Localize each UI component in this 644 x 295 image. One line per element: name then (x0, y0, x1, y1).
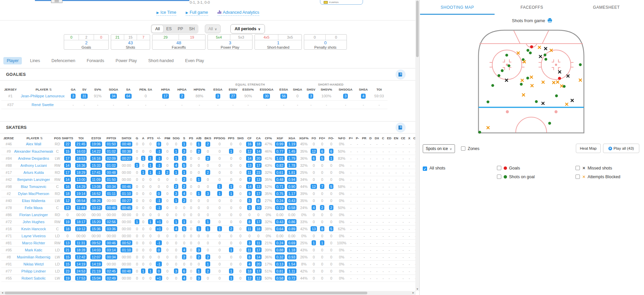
strength-filter-all[interactable]: All (152, 25, 163, 33)
attempts-blocked-checkbox[interactable] (576, 175, 580, 179)
col-pts[interactable]: PTS (146, 136, 154, 141)
tab-forwards[interactable]: Forwards (83, 57, 107, 64)
col-a/b[interactable]: A/B (194, 136, 203, 141)
col-jersey[interactable]: JERSEY (1, 87, 17, 92)
col-dx[interactable]: DX (373, 136, 380, 141)
shot-marker-shots-on-goal[interactable] (501, 69, 503, 72)
col-soga[interactable]: SOGA (105, 87, 122, 92)
shot-marker-shots-on-goal[interactable] (526, 49, 529, 52)
col-en[interactable]: EN (393, 136, 400, 141)
play-all-button[interactable]: Play all (43) (603, 144, 639, 153)
col-xgf[interactable]: XGF (274, 136, 286, 141)
player-link[interactable]: Layne Viveiros (21, 234, 46, 238)
shot-marker-shots-on-goal[interactable] (487, 100, 489, 103)
col-hpga[interactable]: HPGA (175, 87, 189, 92)
vertical-scrollbar-thumb[interactable] (416, 1, 419, 57)
col-shsv[interactable]: SHSV (304, 87, 318, 92)
col-ps[interactable]: PS (188, 136, 194, 141)
player-link[interactable]: Felix Maxa (25, 206, 42, 210)
col-g[interactable]: G (134, 136, 140, 141)
tab-defencemen[interactable]: Defencemen (48, 57, 79, 64)
player-link[interactable]: Benjamin Lanzinger (17, 178, 50, 182)
tab-gamesheet[interactable]: GAMESHEET (569, 0, 644, 15)
col-pr[interactable]: PR (361, 136, 368, 141)
col-fo-[interactable]: FO- (327, 136, 336, 141)
shot-marker-shots-on-goal[interactable] (535, 100, 538, 103)
col-ce[interactable]: CE (400, 136, 407, 141)
tab-power-play[interactable]: Power Play (112, 57, 140, 64)
col-shifts[interactable]: SHIFTS (62, 136, 73, 141)
col-shsoga[interactable]: SHSOGA (335, 87, 356, 92)
link-full-game[interactable]: ▶Full game (186, 10, 208, 16)
col-shtoi[interactable]: SHTOI (119, 136, 134, 141)
col-hpsv%[interactable]: HPSV% (189, 87, 210, 92)
col-a[interactable]: A (140, 136, 146, 141)
col-pos[interactable]: POS (53, 136, 62, 141)
col-c[interactable]: C (380, 136, 386, 141)
col-toi[interactable]: TOI (371, 87, 387, 92)
col-sa[interactable]: SA (122, 87, 135, 92)
col-pps[interactable]: PPS (227, 136, 236, 141)
link-ice-time[interactable]: ▶Ice Time (156, 10, 176, 16)
spots-mode-select[interactable]: Spots on ice∨ (423, 144, 455, 153)
col-sv%[interactable]: SV% (90, 87, 105, 92)
col-p+[interactable]: P+ (348, 136, 354, 141)
player-link[interactable]: Jean-Philippe Lamoureux (21, 94, 64, 98)
col-d[interactable]: D (368, 136, 373, 141)
player-link[interactable]: Robert Sabolic (21, 276, 46, 280)
strength-filter-sh[interactable]: SH (186, 25, 197, 33)
skaters-notes-button[interactable] (396, 122, 406, 133)
player-link[interactable]: Kevin Hancock (21, 227, 46, 231)
link-advanced-analytics[interactable]: Advanced Analytics (218, 10, 259, 16)
all-shots-checkbox[interactable]: ✓ (423, 166, 427, 171)
horizontal-scrollbar[interactable]: ◄ ► (0, 291, 416, 295)
col-estoi[interactable]: ESTOI (89, 136, 104, 141)
scroll-left-icon[interactable]: ◄ (1, 291, 4, 294)
col-ed[interactable]: ED (386, 136, 393, 141)
col-pim[interactable]: PIM (163, 136, 172, 141)
col-x[interactable]: X (407, 136, 412, 141)
col-shsa[interactable]: SHSA (356, 87, 371, 92)
tab-player[interactable]: Player (3, 57, 22, 64)
col-+/-[interactable]: +/- (154, 136, 163, 141)
printer-icon[interactable] (547, 18, 552, 23)
tab-lines[interactable]: Lines (27, 57, 43, 64)
col-hpsa[interactable]: HPSA (156, 87, 175, 92)
player-link[interactable]: Blaz Tomazevic (21, 185, 46, 189)
col-p-[interactable]: P- (354, 136, 361, 141)
col-shga[interactable]: SHGA (291, 87, 304, 92)
col-shsv%[interactable]: SHSV% (318, 87, 335, 92)
shot-marker-shots-on-goal[interactable] (544, 58, 547, 60)
shot-marker-goals[interactable] (530, 45, 533, 48)
player-link[interactable]: Florian Lanzinger (19, 213, 48, 217)
sort-icon[interactable]: ⇅ (40, 137, 43, 140)
shot-marker-shots-on-goal[interactable] (555, 94, 558, 97)
col-essv[interactable]: ESSV (226, 87, 240, 92)
player-link[interactable]: John Hughes (23, 220, 45, 224)
col-bks[interactable]: BKS (203, 136, 213, 141)
shot-marker-shots-on-goal[interactable] (498, 74, 500, 77)
col-cf[interactable]: CF (245, 136, 254, 141)
zones-checkbox[interactable] (461, 146, 465, 151)
shot-marker-shots-on-goal[interactable] (544, 54, 546, 56)
shot-marker-shots-on-goal[interactable] (579, 63, 582, 66)
sort-icon[interactable]: ⇅ (49, 88, 52, 91)
shot-marker-shots-on-goal[interactable] (526, 77, 529, 79)
player-link[interactable]: René Swette (32, 103, 54, 107)
scroll-down-icon[interactable]: ▼ (416, 288, 419, 291)
col-player[interactable]: PLAYER⇅ (14, 136, 53, 141)
col-ca[interactable]: CA (254, 136, 263, 141)
player-link[interactable]: Maximilian Rebernig (17, 255, 50, 259)
vertical-scrollbar[interactable]: ▼ (415, 0, 419, 291)
player-link[interactable]: Andrew Desjardins (18, 156, 49, 160)
col-jersey[interactable]: JERSEY (1, 136, 14, 141)
col-essa[interactable]: ESSA (277, 87, 291, 92)
player-link[interactable]: Anthony Luciani (20, 163, 47, 167)
shot-marker-shots-on-goal[interactable] (478, 131, 481, 134)
col-toi[interactable]: TOI (73, 136, 89, 141)
team-filter-select[interactable]: All∨ (205, 24, 221, 33)
goalies-notes-button[interactable] (396, 69, 406, 80)
col-pptoi[interactable]: PPTOI (104, 136, 119, 141)
shot-marker-shots-on-goal[interactable] (505, 54, 508, 56)
col-ga[interactable]: GA (68, 87, 79, 92)
